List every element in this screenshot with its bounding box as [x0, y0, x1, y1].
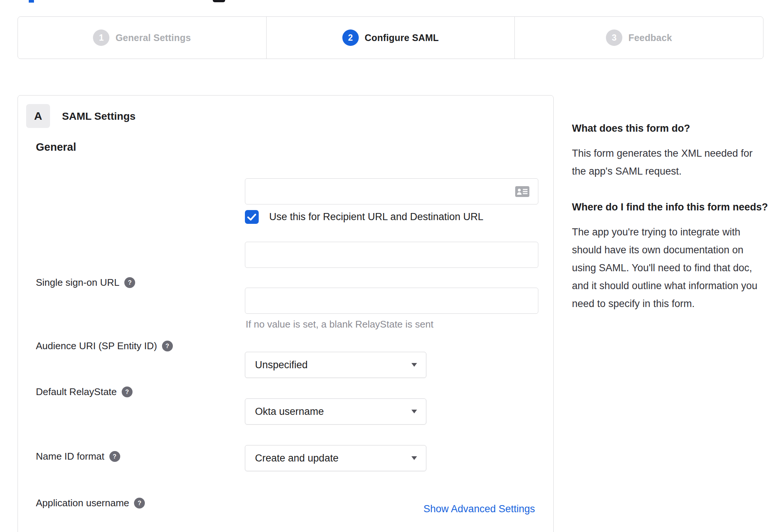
audience-uri-label-text: Audience URI (SP Entity ID): [36, 340, 157, 352]
audience-uri-input[interactable]: [245, 242, 538, 268]
sso-url-label-text: Single sign-on URL: [36, 277, 119, 288]
step-3-circle: 3: [606, 29, 622, 46]
help-section-what: What does this form do? This form genera…: [572, 120, 769, 180]
name-id-format-value: Unspecified: [255, 359, 308, 371]
name-id-format-label-text: Name ID format: [36, 451, 105, 462]
step-1-label: General Settings: [115, 32, 191, 43]
general-group-heading: General: [36, 141, 76, 153]
help-icon[interactable]: ?: [124, 277, 135, 288]
audience-uri-label: Audience URI (SP Entity ID) ?: [36, 340, 173, 352]
app-username-value: Okta username: [255, 406, 324, 417]
app-username-select[interactable]: Okta username: [245, 398, 426, 425]
wizard-stepper: 1 General Settings 2 Configure SAML 3 Fe…: [18, 16, 763, 59]
configure-saml-page: 1 General Settings 2 Configure SAML 3 Fe…: [0, 0, 781, 532]
name-id-format-label: Name ID format ?: [36, 451, 120, 462]
step-1-circle: 1: [93, 29, 109, 46]
help-icon[interactable]: ?: [134, 498, 145, 508]
relay-state-label-text: Default RelayState: [36, 386, 117, 398]
app-username-label: Application username ?: [36, 497, 145, 509]
help-icon[interactable]: ?: [122, 387, 133, 397]
chevron-down-icon: [411, 455, 417, 461]
help-heading-where: Where do I find the info this form needs…: [572, 199, 769, 216]
help-sidebar: What does this form do? This form genera…: [572, 120, 769, 313]
saml-settings-panel: A SAML Settings General Single sign-on U…: [18, 95, 554, 532]
show-advanced-settings-link[interactable]: Show Advanced Settings: [423, 503, 535, 515]
recipient-url-checkbox[interactable]: [245, 210, 259, 224]
step-configure-saml[interactable]: 2 Configure SAML: [266, 17, 515, 59]
help-body-what: This form generates the XML needed for t…: [572, 144, 769, 180]
relay-state-hint: If no value is set, a blank RelayState i…: [246, 319, 433, 330]
help-icon[interactable]: ?: [162, 341, 173, 351]
step-feedback[interactable]: 3 Feedback: [514, 17, 763, 59]
help-section-where: Where do I find the info this form needs…: [572, 199, 769, 313]
help-heading-what: What does this form do?: [572, 120, 769, 137]
step-2-circle: 2: [342, 29, 359, 46]
update-username-select[interactable]: Create and update: [245, 445, 426, 471]
help-icon[interactable]: ?: [109, 451, 120, 462]
help-body-where: The app you're trying to integrate with …: [572, 223, 769, 313]
relay-state-input[interactable]: [245, 288, 538, 314]
step-3-label: Feedback: [628, 32, 672, 43]
recipient-url-checkbox-row: Use this for Recipient URL and Destinati…: [245, 210, 483, 224]
step-2-label: Configure SAML: [365, 32, 439, 43]
relay-state-label: Default RelayState ?: [36, 386, 133, 398]
recipient-url-checkbox-label: Use this for Recipient URL and Destinati…: [269, 211, 483, 223]
section-a-badge: A: [26, 104, 50, 128]
step-general-settings[interactable]: 1 General Settings: [18, 17, 266, 59]
sso-url-input[interactable]: [245, 178, 538, 204]
update-username-value: Create and update: [255, 453, 339, 464]
sso-url-label: Single sign-on URL ?: [36, 277, 135, 288]
cutoff-blue-element: [29, 0, 34, 3]
name-id-format-select[interactable]: Unspecified: [245, 352, 426, 378]
cutoff-app-logo: [213, 0, 225, 2]
app-username-label-text: Application username: [36, 497, 129, 509]
chevron-down-icon: [411, 408, 417, 415]
panel-title: SAML Settings: [62, 110, 136, 122]
chevron-down-icon: [411, 362, 417, 368]
